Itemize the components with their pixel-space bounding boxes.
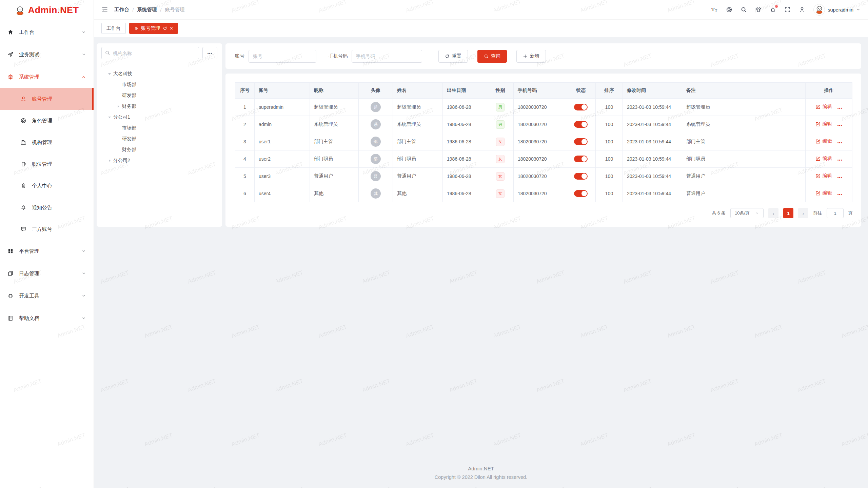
cell-actions: 编辑•••: [806, 133, 852, 150]
user-avatar-badge: 超: [371, 102, 381, 112]
edit-button[interactable]: 编辑: [815, 121, 832, 127]
cell-seq: 5: [235, 168, 255, 185]
breadcrumb-item: 账号管理: [165, 6, 185, 13]
cell-nickname: 普通用户: [310, 168, 359, 185]
breadcrumb-item[interactable]: 工作台: [114, 6, 129, 13]
edit-button[interactable]: 编辑: [815, 156, 832, 162]
brand-logo[interactable]: Admin.NET: [0, 0, 94, 21]
status-toggle[interactable]: [574, 190, 588, 197]
org-search-input[interactable]: [101, 47, 199, 59]
edit-button[interactable]: 编辑: [815, 104, 832, 110]
tree-node[interactable]: 市场部: [99, 79, 219, 90]
edit-button[interactable]: 编辑: [815, 173, 832, 179]
chevron-down-icon: [81, 52, 86, 57]
cell-name: 普通用户: [393, 168, 443, 185]
edit-button[interactable]: 编辑: [815, 190, 832, 196]
footer: Admin.NET Copyright © 2022 Dilon All rig…: [94, 466, 868, 480]
theme-icon[interactable]: [755, 6, 762, 13]
tree-node[interactable]: 分公司1: [99, 112, 219, 123]
sidebar-subitem-6[interactable]: 通知公告: [0, 197, 94, 218]
sidebar-item-4[interactable]: 平台管理: [0, 240, 94, 262]
sidebar-item-6[interactable]: 开发工具: [0, 285, 94, 307]
status-toggle[interactable]: [574, 138, 588, 145]
status-toggle[interactable]: [574, 121, 588, 128]
tab-close-icon[interactable]: ×: [170, 26, 173, 31]
tree-node[interactable]: 研发部: [99, 134, 219, 144]
gear-icon: [7, 74, 14, 80]
search-button[interactable]: 查询: [477, 50, 507, 63]
cell-name: 系统管理员: [393, 116, 443, 133]
tree-node[interactable]: 财务部: [99, 101, 219, 112]
sidebar-subitem-2[interactable]: 角色管理: [0, 110, 94, 131]
content: ••• 大名科技市场部研发部财务部分公司1市场部研发部财务部分公司2 账号 手机…: [94, 37, 868, 488]
row-more-button[interactable]: •••: [837, 123, 843, 127]
font-size-icon[interactable]: TT: [711, 6, 718, 13]
search-icon[interactable]: [741, 6, 747, 13]
goto-page-input[interactable]: [827, 208, 844, 218]
status-toggle[interactable]: [574, 173, 588, 180]
caret-right-icon: [107, 159, 112, 162]
log-icon: [7, 270, 14, 277]
cell-actions: 编辑•••: [806, 185, 852, 202]
tab-1[interactable]: 工作台: [101, 23, 126, 34]
org-more-button[interactable]: •••: [202, 47, 217, 59]
tree-node[interactable]: 大名科技: [99, 68, 219, 79]
cell-seq: 3: [235, 133, 255, 150]
tree-node[interactable]: 财务部: [99, 144, 219, 155]
notification-bell-icon[interactable]: [770, 6, 776, 13]
cell-status: [566, 150, 596, 168]
sidebar-subitem-3[interactable]: 机构管理: [0, 131, 94, 153]
row-more-button[interactable]: •••: [837, 158, 843, 162]
sidebar-subitem-4[interactable]: 职位管理: [0, 153, 94, 175]
row-more-button[interactable]: •••: [837, 141, 843, 145]
page-1-button[interactable]: 1: [783, 208, 793, 218]
tree-node[interactable]: 市场部: [99, 123, 219, 134]
reset-button[interactable]: 重置: [438, 50, 468, 63]
prev-page-button[interactable]: ‹: [768, 208, 778, 218]
user-avatar-badge: 部: [371, 137, 381, 147]
sidebar-subitem-5[interactable]: 个人中心: [0, 175, 94, 197]
cell-nickname: 部门主管: [310, 133, 359, 150]
breadcrumb-item[interactable]: 系统管理: [137, 6, 157, 13]
status-toggle[interactable]: [574, 104, 588, 110]
sidebar-item-label: 三方账号: [32, 226, 86, 232]
user-icon: [20, 96, 26, 102]
tab-2[interactable]: 账号管理×: [129, 23, 178, 34]
sidebar-subitem-1[interactable]: 账号管理: [0, 88, 94, 110]
page-size-select[interactable]: 10条/页: [730, 208, 764, 218]
tree-node[interactable]: 研发部: [99, 90, 219, 101]
sidebar-item-5[interactable]: 日志管理: [0, 262, 94, 285]
cell-account: user3: [255, 168, 310, 185]
fullscreen-icon[interactable]: [784, 6, 791, 13]
sidebar-item-3[interactable]: 系统管理: [0, 66, 94, 88]
row-more-button[interactable]: •••: [837, 106, 843, 110]
user-menu[interactable]: superadmin: [813, 4, 861, 16]
caret-down-icon: [107, 115, 112, 120]
status-toggle[interactable]: [574, 156, 588, 162]
edit-label: 编辑: [823, 173, 832, 179]
cell-gender: 男: [487, 99, 514, 116]
cell-phone: 18020030720: [514, 99, 566, 116]
cell-phone: 18020030720: [514, 116, 566, 133]
add-button[interactable]: 新增: [516, 50, 546, 63]
sidebar-subitem-7[interactable]: 三方账号: [0, 218, 94, 240]
edit-button[interactable]: 编辑: [815, 138, 832, 144]
lock-user-icon[interactable]: [799, 6, 805, 13]
cell-name: 其他: [393, 185, 443, 202]
row-more-button[interactable]: •••: [837, 192, 843, 197]
sidebar-item-2[interactable]: 业务测试: [0, 43, 94, 66]
footer-title: Admin.NET: [94, 466, 868, 471]
cell-account: admin: [255, 116, 310, 133]
collapse-menu-icon[interactable]: [101, 6, 108, 13]
sidebar-item-1[interactable]: 工作台: [0, 21, 94, 43]
account-input[interactable]: [249, 50, 316, 63]
phone-input[interactable]: [352, 50, 422, 63]
row-more-button[interactable]: •••: [837, 175, 843, 179]
sidebar-item-7[interactable]: 帮助文档: [0, 307, 94, 329]
tab-refresh-icon[interactable]: [163, 26, 167, 30]
language-icon[interactable]: [726, 6, 732, 13]
column-header-7: 性别: [487, 83, 514, 99]
tree-node[interactable]: 分公司2: [99, 155, 219, 166]
column-header-12: 备注: [682, 83, 806, 99]
next-page-button[interactable]: ›: [798, 208, 808, 218]
